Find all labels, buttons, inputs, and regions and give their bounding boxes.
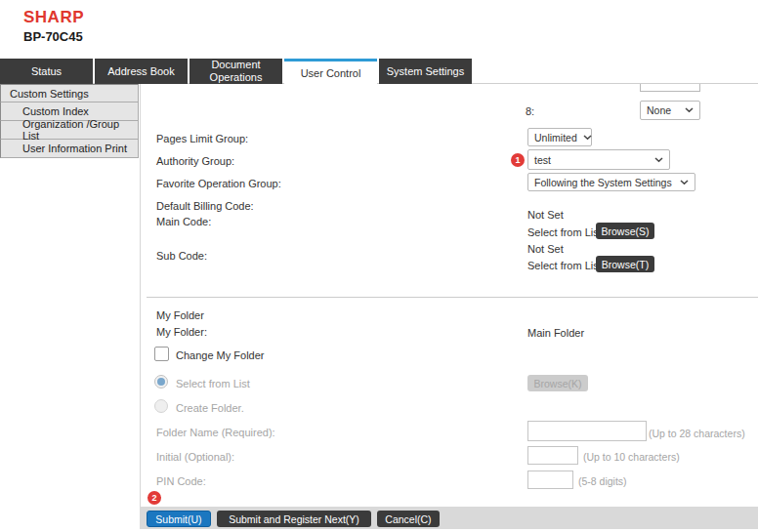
select-from-list-radio[interactable] [154, 375, 168, 389]
sidebar-header-custom-settings: Custom Settings [0, 84, 139, 102]
sidebar-header-label: Custom Settings [10, 88, 89, 100]
my-folder-browse-button[interactable]: Browse(K) [527, 375, 588, 391]
sidebar: Custom Settings › User List Custom Index… [0, 84, 139, 158]
folder-name-input[interactable] [527, 421, 647, 441]
pages-limit-group-select[interactable]: Unlimited [527, 128, 592, 146]
create-folder-radio-label: Create Folder. [176, 402, 244, 414]
submit-and-register-next-button[interactable]: Submit and Register Next(Y) [217, 511, 371, 527]
create-folder-radio[interactable] [154, 399, 168, 413]
tab-status[interactable]: Status [0, 59, 93, 84]
sharp-admin-page: SHARP BP-70C45 Status Address Book Docum… [0, 0, 758, 532]
device-model: BP-70C45 [23, 29, 83, 44]
submit-button[interactable]: Submit(U) [147, 511, 211, 527]
tab-label: User Control [301, 67, 361, 80]
sub-code-label: Sub Code: [156, 250, 207, 262]
select-from-list-radio-label: Select from List [176, 378, 250, 389]
pin-code-label: PIN Code: [156, 475, 206, 487]
pin-code-hint: (5-8 digits) [578, 475, 627, 487]
default-billing-code-label: Default Billing Code: [156, 200, 254, 212]
initial-input[interactable] [527, 446, 578, 465]
cancel-button[interactable]: Cancel(C) [377, 511, 440, 527]
index-8-select[interactable]: None [640, 101, 700, 120]
tab-label: Status [31, 65, 62, 78]
select-value: Following the System Settings [534, 177, 672, 188]
sidebar-item-label: User Information Print [22, 143, 127, 154]
sub-code-select-from-list-label: Select from List [527, 260, 602, 271]
tab-document-operations[interactable]: Document Operations [190, 59, 282, 84]
step-2-badge: 2 [147, 491, 161, 505]
tab-label: System Settings [387, 65, 464, 78]
chevron-down-icon [680, 180, 689, 185]
my-folder-value: Main Folder [527, 327, 584, 339]
tab-label: Address Book [107, 65, 174, 78]
tab-strip: Status Address Book Document Operations … [0, 59, 758, 84]
main-code-status: Not Set [527, 209, 564, 221]
sidebar-item-label: Custom Index [22, 105, 89, 117]
my-folder-label: My Folder: [156, 326, 207, 338]
select-value: None [647, 104, 671, 116]
change-my-folder-label: Change My Folder [176, 349, 265, 361]
select-value: Unlimited [534, 132, 577, 143]
pages-limit-group-label: Pages Limit Group: [156, 133, 248, 144]
authority-group-select[interactable]: test [527, 149, 670, 170]
sidebar-item-label: Organization /Group List [22, 118, 138, 142]
sidebar-item-organization-group-list[interactable]: Organization /Group List [0, 121, 139, 140]
tab-system-settings[interactable]: System Settings [379, 59, 472, 84]
change-my-folder-checkbox[interactable] [154, 347, 169, 361]
index-8-label: 8: [526, 105, 534, 117]
initial-label: Initial (Optional): [156, 451, 234, 463]
tab-user-control[interactable]: User Control [284, 59, 377, 85]
select-index-7-partial[interactable] [640, 84, 700, 92]
chevron-down-icon [685, 107, 694, 113]
sub-code-browse-button[interactable]: Browse(T) [596, 256, 654, 272]
radio-dot [157, 378, 165, 386]
pin-code-input[interactable] [527, 471, 573, 489]
tab-address-book[interactable]: Address Book [95, 59, 188, 84]
main-code-browse-button[interactable]: Browse(S) [596, 223, 654, 239]
content-left-border [140, 84, 141, 507]
sub-code-status: Not Set [527, 243, 564, 255]
authority-group-label: Authority Group: [156, 155, 234, 167]
sidebar-item-user-information-print[interactable]: User Information Print [0, 140, 139, 158]
folder-name-label: Folder Name (Required): [156, 427, 275, 438]
favorite-operation-group-select[interactable]: Following the System Settings [527, 173, 695, 191]
main-code-label: Main Code: [156, 216, 211, 227]
my-folder-section-title: My Folder [156, 309, 204, 321]
section-divider [147, 297, 758, 298]
tab-label: Document Operations [193, 59, 278, 83]
chevron-down-icon [654, 157, 663, 163]
favorite-operation-group-label: Favorite Operation Group: [156, 178, 281, 189]
chevron-down-icon [583, 135, 592, 141]
initial-hint: (Up to 10 characters) [583, 451, 680, 463]
folder-name-hint: (Up to 28 characters) [649, 428, 745, 439]
select-value: test [534, 154, 551, 166]
sharp-logo: SHARP [23, 8, 84, 27]
step-1-badge: 1 [511, 153, 525, 167]
main-code-select-from-list-label: Select from List [527, 226, 602, 238]
